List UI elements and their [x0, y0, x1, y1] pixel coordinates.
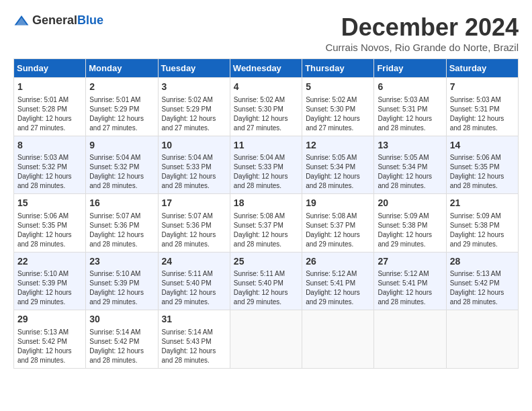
sunset-text: Sunset: 5:33 PM [234, 163, 283, 171]
day-number: 25 [234, 255, 298, 269]
sunset-text: Sunset: 5:38 PM [450, 222, 500, 229]
sunrise-text: Sunrise: 5:08 AM [306, 212, 357, 220]
sunrise-text: Sunrise: 5:08 AM [234, 212, 285, 220]
sunset-text: Sunset: 5:37 PM [306, 222, 355, 229]
calendar-cell: 18Sunrise: 5:08 AMSunset: 5:37 PMDayligh… [230, 194, 302, 253]
sunset-text: Sunset: 5:42 PM [89, 338, 139, 345]
sunrise-text: Sunrise: 5:14 AM [89, 328, 140, 336]
daylight-text: Daylight: 12 hours and 27 minutes. [17, 115, 72, 132]
sunrise-text: Sunrise: 5:13 AM [450, 270, 501, 277]
day-number: 21 [450, 197, 515, 210]
sunset-text: Sunset: 5:29 PM [162, 105, 212, 113]
calendar-cell: 21Sunrise: 5:09 AMSunset: 5:38 PMDayligh… [446, 194, 518, 253]
daylight-text: Daylight: 12 hours and 28 minutes. [162, 347, 216, 364]
daylight-text: Daylight: 12 hours and 29 minutes. [162, 289, 216, 306]
calendar-week-row: 15Sunrise: 5:06 AMSunset: 5:35 PMDayligh… [14, 194, 519, 253]
calendar-cell: 23Sunrise: 5:10 AMSunset: 5:39 PMDayligh… [86, 252, 158, 310]
sunset-text: Sunset: 5:35 PM [17, 222, 67, 229]
day-number: 30 [89, 313, 154, 326]
calendar-week-row: 1Sunrise: 5:01 AMSunset: 5:28 PMDaylight… [14, 78, 519, 136]
sunrise-text: Sunrise: 5:11 AM [162, 270, 213, 277]
daylight-text: Daylight: 12 hours and 27 minutes. [306, 115, 360, 132]
sunrise-text: Sunrise: 5:01 AM [17, 96, 69, 103]
day-number: 22 [17, 255, 82, 269]
calendar-cell: 25Sunrise: 5:11 AMSunset: 5:40 PMDayligh… [230, 252, 302, 310]
calendar-cell: 16Sunrise: 5:07 AMSunset: 5:36 PMDayligh… [86, 194, 158, 253]
calendar-cell: 15Sunrise: 5:06 AMSunset: 5:35 PMDayligh… [14, 194, 86, 253]
day-number: 29 [17, 313, 82, 326]
sunset-text: Sunset: 5:40 PM [234, 279, 283, 287]
calendar-cell: 24Sunrise: 5:11 AMSunset: 5:40 PMDayligh… [158, 252, 230, 310]
calendar-cell: 29Sunrise: 5:13 AMSunset: 5:42 PMDayligh… [14, 310, 86, 369]
sunrise-text: Sunrise: 5:07 AM [162, 212, 213, 220]
day-number: 18 [234, 197, 298, 210]
day-number: 24 [162, 255, 226, 269]
day-number: 23 [89, 255, 154, 269]
sunrise-text: Sunrise: 5:10 AM [17, 270, 69, 277]
sunset-text: Sunset: 5:31 PM [450, 105, 500, 113]
sunset-text: Sunset: 5:37 PM [234, 222, 283, 229]
header-sunday: Sunday [14, 59, 86, 78]
header-thursday: Thursday [302, 59, 374, 78]
calendar-header-row: SundayMondayTuesdayWednesdayThursdayFrid… [14, 59, 519, 78]
calendar-cell: 12Sunrise: 5:05 AMSunset: 5:34 PMDayligh… [302, 136, 374, 194]
calendar-week-row: 22Sunrise: 5:10 AMSunset: 5:39 PMDayligh… [14, 252, 519, 310]
sunset-text: Sunset: 5:36 PM [89, 222, 139, 229]
day-number: 17 [162, 197, 226, 210]
sunrise-text: Sunrise: 5:10 AM [89, 270, 140, 277]
calendar-cell: 10Sunrise: 5:04 AMSunset: 5:33 PMDayligh… [158, 136, 230, 194]
sunset-text: Sunset: 5:42 PM [450, 279, 500, 287]
daylight-text: Daylight: 12 hours and 28 minutes. [234, 231, 288, 248]
logo-icon [13, 14, 30, 28]
sunset-text: Sunset: 5:31 PM [378, 105, 427, 113]
sunset-text: Sunset: 5:39 PM [89, 279, 139, 287]
day-number: 28 [450, 255, 515, 269]
sunrise-text: Sunrise: 5:02 AM [234, 96, 285, 103]
daylight-text: Daylight: 12 hours and 27 minutes. [162, 115, 216, 132]
calendar-cell: 3Sunrise: 5:02 AMSunset: 5:29 PMDaylight… [158, 78, 230, 136]
day-number: 26 [306, 255, 370, 269]
sunset-text: Sunset: 5:30 PM [234, 105, 283, 113]
sunrise-text: Sunrise: 5:05 AM [378, 154, 429, 161]
sunrise-text: Sunrise: 5:04 AM [234, 154, 285, 161]
daylight-text: Daylight: 12 hours and 28 minutes. [162, 173, 216, 189]
logo-blue: Blue [77, 13, 103, 27]
sunrise-text: Sunrise: 5:11 AM [234, 270, 285, 277]
sunrise-text: Sunrise: 5:13 AM [17, 328, 69, 336]
logo-text: GeneralBlue [32, 13, 103, 28]
calendar-cell: 7Sunrise: 5:03 AMSunset: 5:31 PMDaylight… [446, 78, 518, 136]
sunset-text: Sunset: 5:30 PM [306, 105, 355, 113]
calendar-cell: 2Sunrise: 5:01 AMSunset: 5:29 PMDaylight… [86, 78, 158, 136]
sunrise-text: Sunrise: 5:06 AM [17, 212, 69, 220]
calendar-cell: 9Sunrise: 5:04 AMSunset: 5:32 PMDaylight… [86, 136, 158, 194]
sunset-text: Sunset: 5:34 PM [306, 163, 355, 171]
sunrise-text: Sunrise: 5:02 AM [162, 96, 213, 103]
calendar-cell: 1Sunrise: 5:01 AMSunset: 5:28 PMDaylight… [14, 78, 86, 136]
daylight-text: Daylight: 12 hours and 28 minutes. [89, 173, 144, 189]
day-number: 1 [17, 81, 82, 94]
sunset-text: Sunset: 5:41 PM [306, 279, 355, 287]
day-number: 20 [378, 197, 442, 210]
daylight-text: Daylight: 12 hours and 29 minutes. [89, 289, 144, 306]
daylight-text: Daylight: 12 hours and 28 minutes. [89, 231, 144, 248]
day-number: 16 [89, 197, 154, 210]
calendar-cell: 19Sunrise: 5:08 AMSunset: 5:37 PMDayligh… [302, 194, 374, 253]
header-tuesday: Tuesday [158, 59, 230, 78]
day-number: 10 [162, 139, 226, 152]
header-saturday: Saturday [446, 59, 518, 78]
daylight-text: Daylight: 12 hours and 28 minutes. [17, 347, 72, 364]
daylight-text: Daylight: 12 hours and 28 minutes. [450, 173, 504, 189]
sunrise-text: Sunrise: 5:04 AM [162, 154, 213, 161]
day-number: 5 [306, 81, 370, 94]
daylight-text: Daylight: 12 hours and 29 minutes. [306, 289, 360, 306]
daylight-text: Daylight: 12 hours and 28 minutes. [89, 347, 144, 364]
sunset-text: Sunset: 5:38 PM [378, 222, 427, 229]
sunset-text: Sunset: 5:33 PM [162, 163, 212, 171]
sunset-text: Sunset: 5:29 PM [89, 105, 139, 113]
sunset-text: Sunset: 5:28 PM [17, 105, 67, 113]
month-title: December 2024 [325, 13, 519, 42]
day-number: 31 [162, 313, 226, 326]
calendar-cell: 4Sunrise: 5:02 AMSunset: 5:30 PMDaylight… [230, 78, 302, 136]
sunrise-text: Sunrise: 5:12 AM [378, 270, 429, 277]
day-number: 27 [378, 255, 442, 269]
